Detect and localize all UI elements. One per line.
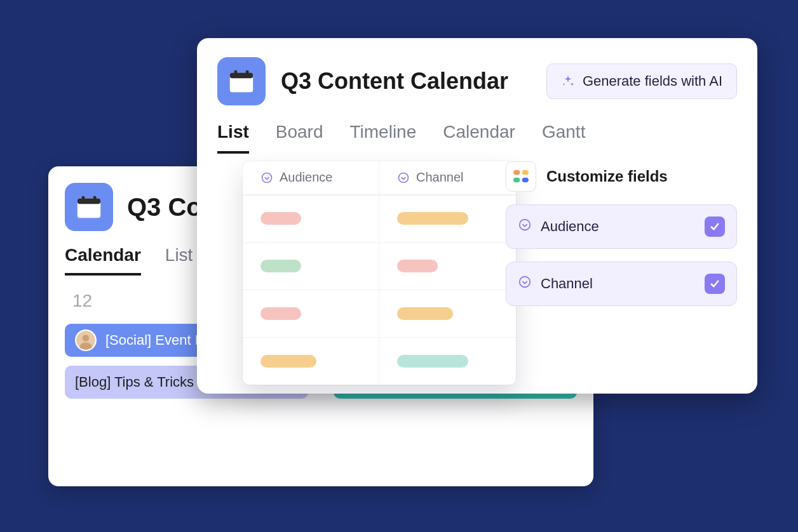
check-icon (708, 277, 721, 290)
svg-rect-18 (513, 170, 520, 175)
svg-point-5 (83, 335, 90, 342)
table-cell[interactable] (243, 243, 379, 289)
customize-fields-title: Customize fields (546, 168, 668, 185)
tab-board[interactable]: Board (276, 122, 323, 154)
header-label: Audience (280, 170, 332, 185)
column-header-audience[interactable]: Audience (243, 161, 379, 195)
tag-pill (260, 260, 301, 272)
svg-rect-19 (522, 170, 529, 175)
tag-pill (397, 260, 438, 272)
customize-fields-header: Customize fields (506, 161, 737, 192)
front-tabs: List Board Timeline Calendar Gantt (217, 122, 737, 154)
svg-point-23 (520, 277, 531, 288)
front-header: Q3 Content Calendar Generate fields with… (217, 57, 737, 105)
chevron-down-circle-icon (518, 275, 532, 293)
tab-gantt[interactable]: Gantt (542, 122, 585, 154)
table-cell[interactable] (243, 195, 379, 242)
svg-point-16 (262, 173, 272, 182)
event-label: [Blog] Tips & Tricks (75, 374, 194, 390)
calendar-card-front: Q3 Content Calendar Generate fields with… (197, 38, 757, 394)
svg-point-17 (399, 173, 409, 182)
field-row-audience[interactable]: Audience (506, 204, 737, 249)
tab-timeline[interactable]: Timeline (350, 122, 417, 154)
field-row-channel[interactable]: Channel (506, 262, 737, 306)
tab-calendar[interactable]: Calendar (443, 122, 515, 154)
front-title: Q3 Content Calendar (281, 68, 531, 95)
svg-rect-3 (93, 196, 97, 202)
svg-rect-13 (230, 73, 253, 79)
chevron-down-circle-icon (397, 171, 410, 184)
customize-fields-icon (506, 161, 536, 192)
ai-button-label: Generate fields with AI (583, 73, 722, 90)
table-cell[interactable] (379, 337, 516, 384)
generate-fields-ai-button[interactable]: Generate fields with AI (546, 63, 737, 99)
checkbox-checked[interactable] (705, 216, 725, 237)
tag-pill (397, 307, 453, 320)
check-icon (708, 220, 721, 233)
color-grid-icon (510, 166, 532, 187)
calendar-icon (227, 67, 256, 96)
svg-rect-15 (246, 70, 249, 76)
sparkle-icon (561, 74, 575, 88)
customize-fields-panel: Customize fields Audience Channel (506, 161, 737, 306)
header-label: Channel (416, 170, 464, 185)
tab-list[interactable]: List (165, 245, 193, 276)
svg-rect-21 (522, 178, 529, 183)
canvas: Q3 Content Calendar Calendar List 12 [So… (0, 0, 798, 532)
column-header-channel[interactable]: Channel (379, 161, 516, 195)
svg-rect-2 (82, 196, 85, 202)
fields-table: Audience Channel (243, 161, 516, 385)
svg-rect-14 (234, 70, 238, 76)
table-cell[interactable] (379, 243, 516, 289)
chevron-down-circle-icon (518, 218, 532, 236)
tag-pill (397, 212, 468, 225)
field-label: Audience (541, 218, 599, 235)
svg-rect-20 (513, 178, 520, 183)
tag-pill (260, 212, 301, 225)
table-cell[interactable] (379, 289, 516, 336)
checkbox-checked[interactable] (705, 274, 725, 294)
tag-pill (397, 355, 468, 368)
tag-pill (260, 307, 301, 320)
tab-calendar[interactable]: Calendar (65, 245, 141, 276)
calendar-app-icon (217, 57, 266, 105)
chevron-down-circle-icon (260, 171, 273, 184)
tab-list[interactable]: List (217, 122, 249, 154)
field-label: Channel (541, 276, 593, 292)
svg-point-22 (520, 220, 531, 230)
svg-rect-1 (78, 199, 100, 204)
calendar-icon (74, 192, 104, 222)
table-cell[interactable] (243, 337, 379, 384)
avatar (75, 329, 97, 351)
table-cell[interactable] (243, 289, 379, 336)
table-cell[interactable] (379, 195, 516, 242)
calendar-app-icon (65, 183, 113, 231)
tag-pill (260, 355, 316, 368)
